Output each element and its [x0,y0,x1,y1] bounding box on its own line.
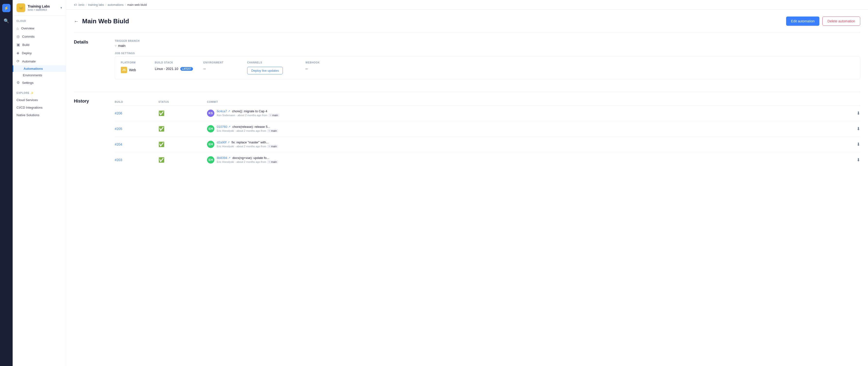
breadcrumb-ionic[interactable]: ionic [79,3,85,6]
job-settings-field: JOB SETTINGS PLATFORM JS Web [115,52,860,80]
col-build: BUILD [115,101,158,103]
build-stack-label: BUILD STACK [155,61,204,64]
sidebar-item-automate[interactable]: ⟳ Automate [13,57,66,65]
commit-message: fix: replace "master" with... [231,141,269,144]
header-actions: Edit automation Delete automation [786,17,860,26]
webhook-value: -- [306,67,344,71]
breadcrumb-current: main web biuld [127,3,147,6]
deploy-live-updates-button[interactable]: Deploy live updates [247,67,283,74]
commit-cell: EH d2a90f ↗ fix: replace "master" with..… [207,141,846,148]
build-link[interactable]: #205 [115,127,122,131]
commit-info: 8b8394 ↗ docs(ng+vue): update fo... Eric… [217,156,278,163]
history-label-col: History [74,99,103,109]
table-row: #204 ✅ EH d2a90f ↗ fix: replace "master"… [115,136,860,152]
col-status: STATUS [158,101,207,103]
commit-author: Ken Sodemann [217,114,235,117]
details-content: TRIGGER BRANCH ⑂ main JOB SETTINGS [115,40,860,84]
deploy-icon: ◈ [17,51,20,55]
edit-automation-button[interactable]: Edit automation [786,17,819,26]
section-divider-2 [74,92,860,92]
commit-hash-link[interactable]: d2a90f ↗ [217,141,230,144]
breadcrumb-sep-2: / [105,3,106,6]
table-header: BUILD STATUS COMMIT [115,99,860,105]
details-section-title: Details [74,40,103,45]
search-icon[interactable]: 🔍 [2,17,10,25]
commit-meta: Eric Horodyski · about 2 months ago from… [217,129,278,132]
commits-icon: ◎ [17,34,20,39]
back-button[interactable]: ← [74,19,79,24]
download-button[interactable]: ⬇ [857,126,860,131]
trigger-branch-label: TRIGGER BRANCH [115,40,860,42]
build-cell: #204 [115,142,158,147]
build-cell: #203 [115,158,158,162]
trigger-branch-field: TRIGGER BRANCH ⑂ main [115,40,860,48]
webhook-col: WEBHOOK -- [306,61,344,74]
build-link[interactable]: #203 [115,158,122,162]
delete-automation-button[interactable]: Delete automation [822,17,860,26]
commit-hash-link[interactable]: 010760 ↗ [217,125,230,128]
download-button[interactable]: ⬇ [857,157,860,162]
sidebar-item-cicd[interactable]: CI/CD Integrations [13,104,66,111]
details-section: Details TRIGGER BRANCH ⑂ main JOB SETTIN… [74,40,860,84]
breadcrumb-sep-3: / [125,3,126,6]
status-cell: ✅ [158,110,207,116]
history-rows: #206 ✅ KS 6c4ca7 ↗ chore(): migrate to C… [115,105,860,167]
commit-info: 010760 ↗ chore(release): release 5... Er… [217,125,278,132]
external-link-icon: ↗ [228,156,230,159]
build-icon: ▣ [17,42,20,47]
build-stack-value: Linux - 2021.10 Latest [155,67,204,71]
commit-message: chore(release): release 5... [232,125,270,128]
breadcrumb-icon: 🏷 [74,3,77,6]
environment-col: ENVIRONMENT -- [204,61,247,74]
sidebar-item-native[interactable]: Native Solutions [13,111,66,119]
build-stack-col: BUILD STACK Linux - 2021.10 Latest [155,61,204,74]
org-info: Training Labs Ionic • da866fb3 [28,4,58,11]
explore-section: EXPLORE ✨ Cloud Services CI/CD Integrati… [13,88,66,120]
platform-label: PLATFORM [121,61,155,64]
build-link[interactable]: #206 [115,111,122,115]
trigger-branch-value: ⑂ main [115,44,860,48]
page-title-row: ← Main Web Biuld [74,18,129,25]
commit-cell: EH 8b8394 ↗ docs(ng+vue): update fo... E… [207,156,846,163]
avatar: 😊 [17,3,25,12]
app-logo[interactable]: ⚡ [2,4,10,12]
explore-section-label: EXPLORE ✨ [13,91,66,96]
settings-icon: ⚙ [17,81,20,85]
download-button[interactable]: ⬇ [857,111,860,116]
sidebar-item-commits[interactable]: ◎ Commits [13,32,66,40]
sidebar-item-build[interactable]: ▣ Build [13,40,66,49]
status-success-icon: ✅ [158,111,164,116]
history-content: BUILD STATUS COMMIT #206 ✅ KS 6c4ca7 ↗ c… [115,99,860,167]
actions-cell: ⬇ [846,111,860,116]
sidebar-item-settings[interactable]: ⚙ Settings [13,79,66,87]
chevron-down-icon: ▾ [61,6,62,9]
platform-icon: JS [121,67,127,73]
sidebar-subitem-automations[interactable]: Automations [13,65,66,72]
sidebar-item-deploy[interactable]: ◈ Deploy [13,49,66,57]
breadcrumb-training-labs[interactable]: training labs [88,3,104,6]
build-link[interactable]: #204 [115,143,122,146]
commit-hash-link[interactable]: 8b8394 ↗ [217,156,230,160]
commit-meta: Eric Horodyski · about 2 months ago from… [217,145,278,148]
page-header: ← Main Web Biuld Edit automation Delete … [74,17,860,26]
sidebar-item-cloud-services[interactable]: Cloud Services [13,96,66,104]
branch-pill: ⑂main [267,145,278,148]
commit-message: chore(): migrate to Cap 4 [232,110,267,113]
actions-cell: ⬇ [846,126,860,131]
status-cell: ✅ [158,142,207,147]
commit-hash-link[interactable]: 6c4ca7 ↗ [217,110,230,113]
commit-meta: Eric Horodyski · about 2 months ago from… [217,160,278,163]
job-settings-card: PLATFORM JS Web BUILD STACK [115,56,860,80]
build-cell: #206 [115,111,158,116]
download-button[interactable]: ⬇ [857,142,860,147]
org-name: Training Labs [28,4,58,8]
commit-time: · about 2 months ago from [236,114,267,117]
breadcrumb-automations[interactable]: automations [107,3,123,6]
sidebar-item-overview[interactable]: ⌂ Overview [13,24,66,32]
build-cell: #205 [115,127,158,131]
commit-cell: EH 010760 ↗ chore(release): release 5...… [207,125,846,132]
commit-time: · about 2 months ago from [235,145,266,148]
nav-header[interactable]: 😊 Training Labs Ionic • da866fb3 ▾ [13,0,66,16]
table-row: #206 ✅ KS 6c4ca7 ↗ chore(): migrate to C… [115,105,860,121]
sidebar-subitem-environments[interactable]: Environments [13,72,66,79]
